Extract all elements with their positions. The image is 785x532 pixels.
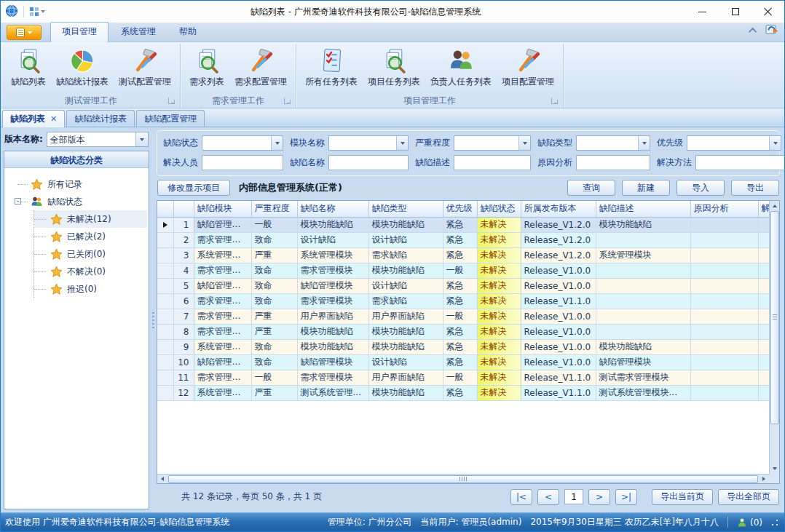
dropdown-button[interactable] xyxy=(271,136,283,150)
cell-severity[interactable]: 致命 xyxy=(251,232,297,247)
column-header[interactable]: 缺陷模块 xyxy=(194,201,251,217)
cell-release[interactable]: Release_V1.2.0 xyxy=(521,247,596,263)
cell-status[interactable]: 未解决 xyxy=(477,385,521,400)
cell-name[interactable]: 需求管理模块 xyxy=(297,293,368,309)
dialog-launcher-icon[interactable] xyxy=(551,98,558,104)
cell-analysis[interactable] xyxy=(690,278,758,293)
table-row[interactable]: 6需求管理模块致命需求管理模块需求缺陷紧急未解决Release_V1.1.0 xyxy=(157,293,769,309)
action-button[interactable]: 查询 xyxy=(567,180,615,196)
cell-type[interactable]: 设计缺陷 xyxy=(368,278,443,293)
document-tab[interactable]: 缺陷列表✕ xyxy=(2,110,65,127)
cell-severity[interactable]: 致命 xyxy=(251,354,297,370)
ribbon-button[interactable]: 需求列表 xyxy=(184,45,229,90)
filter-input[interactable] xyxy=(328,155,409,170)
filter-text-input[interactable] xyxy=(577,156,650,170)
filter-dropdown[interactable] xyxy=(576,135,650,151)
cell-analysis[interactable] xyxy=(690,263,758,278)
column-header[interactable]: 缺陷名称 xyxy=(297,201,368,217)
cell-name[interactable]: 模块功能缺陷 xyxy=(297,217,368,232)
cell-release[interactable]: Release_V1.1.0 xyxy=(521,370,596,385)
cell-type[interactable]: 设计缺陷 xyxy=(368,232,443,247)
cell-type[interactable]: 设计缺陷 xyxy=(368,354,443,370)
document-tab[interactable]: 缺陷统计报表 xyxy=(66,110,135,127)
export-all-pages-button[interactable]: 导出全部页 xyxy=(718,489,779,505)
ribbon-button[interactable]: 项目任务列表 xyxy=(363,45,425,90)
table-row[interactable]: 11需求管理模块一般需求管理模块用户界面缺陷一般未解决Release_V1.1.… xyxy=(157,370,769,385)
cell-analysis[interactable] xyxy=(690,309,758,324)
tree-item[interactable]: 已解决(2) xyxy=(34,228,147,245)
filter-text-input[interactable] xyxy=(329,156,408,170)
cell-priority[interactable]: 紧急 xyxy=(443,217,477,232)
cell-type[interactable]: 模块功能缺陷 xyxy=(368,263,443,278)
cell-status[interactable]: 未解决 xyxy=(477,324,521,339)
cell-module[interactable]: 需求管理模块 xyxy=(194,309,251,324)
ribbon-button[interactable]: 测试配置管理 xyxy=(114,45,176,90)
cell-severity[interactable]: 致命 xyxy=(251,278,297,293)
cell-module[interactable]: 需求管理模块 xyxy=(194,293,251,309)
filter-text-input[interactable] xyxy=(202,156,283,170)
cell-module[interactable]: 系统管理模块 xyxy=(194,339,251,354)
cell-priority[interactable]: 紧急 xyxy=(443,232,477,247)
cell-release[interactable]: Release_V1.1.0 xyxy=(521,293,596,309)
filter-text-input[interactable] xyxy=(202,136,271,150)
horizontal-scroll-thumb[interactable] xyxy=(168,475,758,483)
cell-name[interactable]: 模块功能缺陷 xyxy=(297,324,368,339)
cell-release[interactable]: Release_V1.1.0 xyxy=(521,385,596,400)
filter-input[interactable] xyxy=(695,155,785,170)
row-selector-cell[interactable] xyxy=(157,354,173,370)
cell-release[interactable]: Release_V1.0.0 xyxy=(521,278,596,293)
table-row[interactable]: 8需求管理模块严重模块功能缺陷模块功能缺陷紧急未解决Release_V1.0.0 xyxy=(157,324,769,339)
cell-release[interactable]: Release_V1.0.0 xyxy=(521,263,596,278)
cell-priority[interactable]: 紧急 xyxy=(443,324,477,339)
close-button[interactable] xyxy=(752,1,784,23)
cell-priority[interactable]: 一般 xyxy=(443,309,477,324)
column-header[interactable]: 缺陷描述 xyxy=(596,201,690,217)
cell-priority[interactable]: 紧急 xyxy=(443,278,477,293)
page-number-input[interactable] xyxy=(564,489,583,504)
table-row[interactable]: 10缺陷管理模块致命缺陷管理模块设计缺陷紧急未解决Release_V1.0.0缺… xyxy=(157,354,769,370)
cell-module[interactable]: 系统管理模块 xyxy=(194,247,251,263)
cell-name[interactable]: 缺陷管理模块 xyxy=(297,354,368,370)
column-header[interactable]: 所属发布版本 xyxy=(521,201,596,217)
cell-desc[interactable]: 模块功能缺陷 xyxy=(596,217,690,232)
action-button[interactable]: 导出 xyxy=(731,180,779,196)
action-button[interactable]: 新建 xyxy=(622,180,670,196)
scroll-right-button[interactable] xyxy=(759,475,769,484)
cell-analysis[interactable] xyxy=(690,385,758,400)
ribbon-button[interactable]: 负责人任务列表 xyxy=(425,45,497,90)
cell-name[interactable]: 需求管理模块 xyxy=(297,263,368,278)
cell-desc[interactable] xyxy=(596,278,690,293)
table-row[interactable]: 9系统管理模块致命模块功能缺陷模块功能缺陷紧急未解决Release_V1.0.0… xyxy=(157,339,769,354)
column-header[interactable]: 缺陷状态 xyxy=(477,201,521,217)
cell-analysis[interactable] xyxy=(690,217,758,232)
dropdown-button[interactable] xyxy=(638,136,650,150)
table-row[interactable]: 12系统管理模块严重测试系统管理...模块功能缺陷紧急未解决Release_V1… xyxy=(157,385,769,400)
pager-last-button[interactable]: >| xyxy=(615,489,637,505)
cell-name[interactable]: 需求管理模块 xyxy=(297,370,368,385)
cell-analysis[interactable] xyxy=(690,354,758,370)
filter-text-input[interactable] xyxy=(577,136,638,150)
cell-desc[interactable] xyxy=(596,263,690,278)
filter-text-input[interactable] xyxy=(687,136,769,150)
table-row[interactable]: 5缺陷管理模块致命缺陷管理模块设计缺陷紧急未解决Release_V1.0.0 xyxy=(157,278,769,293)
cell-solve[interactable] xyxy=(758,278,769,293)
cell-name[interactable]: 测试系统管理... xyxy=(297,385,368,400)
ribbon-tab[interactable]: 系统管理 xyxy=(110,23,167,41)
tree-item[interactable]: 不解决(0) xyxy=(34,263,147,280)
export-current-page-button[interactable]: 导出当前页 xyxy=(652,489,713,505)
pager-first-button[interactable]: |< xyxy=(510,489,532,505)
row-selector-cell[interactable] xyxy=(157,370,173,385)
filter-text-input[interactable] xyxy=(454,136,518,150)
scroll-up-button[interactable] xyxy=(770,201,780,211)
sidebar-splitter[interactable] xyxy=(149,127,157,512)
cell-desc[interactable] xyxy=(596,309,690,324)
cell-status[interactable]: 未解决 xyxy=(477,278,521,293)
filter-input[interactable] xyxy=(576,155,650,170)
cell-desc[interactable] xyxy=(596,324,690,339)
row-selector-cell[interactable] xyxy=(157,247,173,263)
cell-type[interactable]: 需求缺陷 xyxy=(368,247,443,263)
filter-text-input[interactable] xyxy=(454,156,530,170)
cell-type[interactable]: 用户界面缺陷 xyxy=(368,309,443,324)
row-selector-cell[interactable] xyxy=(157,217,173,232)
cell-desc[interactable]: 系统管理模块 xyxy=(596,247,690,263)
